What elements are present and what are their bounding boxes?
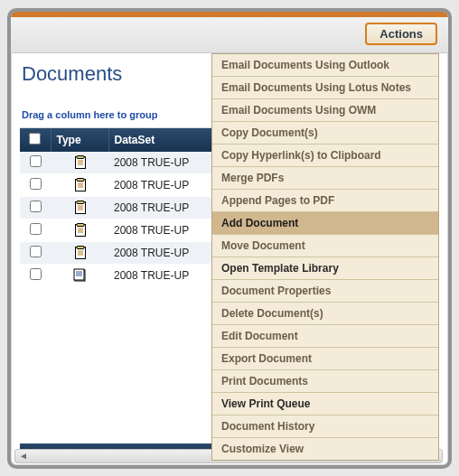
row-checkbox[interactable] [30, 178, 42, 190]
row-checkbox[interactable] [30, 246, 42, 257]
menu-item[interactable]: Add Document [212, 212, 438, 235]
header-type[interactable]: Type [51, 128, 108, 152]
actions-button[interactable]: Actions [365, 23, 437, 45]
menu-item[interactable]: Copy Document(s) [212, 122, 438, 145]
row-checkbox[interactable] [30, 268, 42, 280]
select-all-checkbox[interactable] [29, 133, 41, 145]
row-type-cell [51, 219, 108, 241]
actions-menu: Email Documents Using OutlookEmail Docum… [211, 53, 439, 461]
svg-rect-26 [74, 269, 84, 280]
menu-item[interactable]: Customize View [212, 438, 438, 460]
document-type-icon [73, 223, 86, 238]
document-type-icon [73, 201, 86, 215]
menu-item[interactable]: Move Document [212, 235, 438, 257]
row-checkbox-cell [20, 219, 51, 241]
menu-item[interactable]: View Print Queue [212, 393, 438, 415]
menu-item[interactable]: Copy Hyperlink(s) to Clipboard [212, 145, 438, 167]
row-checkbox[interactable] [30, 201, 42, 212]
document-type-icon [73, 246, 86, 260]
menu-item[interactable]: Document Properties [212, 280, 438, 303]
row-type-cell [51, 264, 108, 286]
svg-rect-1 [77, 155, 84, 158]
row-checkbox-cell [20, 196, 51, 219]
row-type-cell [51, 241, 108, 264]
scroll-left-arrow[interactable]: ◄ [17, 452, 30, 461]
row-checkbox-cell [20, 152, 51, 174]
app-frame: Actions Documents Drag a column here to … [7, 8, 452, 469]
menu-item[interactable]: Export Document [212, 348, 438, 370]
row-type-cell [51, 152, 108, 174]
svg-rect-6 [77, 178, 84, 181]
row-type-cell [51, 196, 108, 219]
svg-rect-21 [77, 246, 84, 248]
row-checkbox[interactable] [30, 223, 42, 235]
row-checkbox-cell [20, 241, 51, 264]
menu-item[interactable]: Merge PDFs [212, 167, 438, 190]
row-checkbox-cell [20, 173, 51, 196]
toolbar: Actions [11, 17, 448, 53]
row-type-cell [51, 173, 108, 196]
row-checkbox[interactable] [30, 155, 42, 167]
menu-item[interactable]: Append Pages to PDF [212, 190, 438, 212]
document-type-icon [73, 268, 86, 283]
menu-item[interactable]: Print Documents [212, 370, 438, 393]
menu-item[interactable]: Email Documents Using Lotus Notes [212, 77, 438, 99]
document-type-icon [73, 155, 86, 170]
menu-item[interactable]: Edit Document [212, 325, 438, 348]
menu-item[interactable]: Open Template Library [212, 257, 438, 280]
menu-item[interactable]: Email Documents Using Outlook [212, 54, 438, 77]
menu-item[interactable]: Delete Document(s) [212, 303, 438, 325]
menu-item[interactable]: Email Documents Using OWM [212, 99, 438, 122]
svg-rect-11 [77, 201, 84, 203]
row-checkbox-cell [20, 264, 51, 286]
header-checkbox-cell [20, 128, 51, 152]
svg-rect-16 [77, 223, 84, 226]
document-type-icon [73, 178, 86, 192]
menu-item[interactable]: Document History [212, 415, 438, 438]
